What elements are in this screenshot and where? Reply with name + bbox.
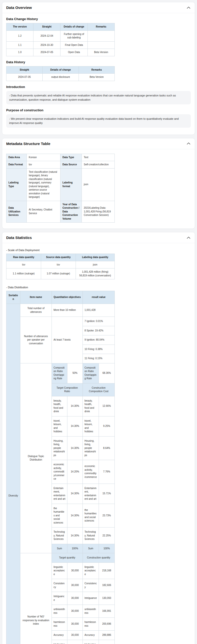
table-row: 1.22024-12-04Further opening of sub-labe…: [6, 30, 115, 42]
table-cell: 23.73%: [99, 504, 115, 528]
table-cell: the humanities and social sciences: [83, 504, 99, 528]
table-cell: 14.20%: [68, 460, 83, 484]
table-header-cell: Details of change: [60, 23, 88, 31]
table-cell: Technology, Natural Sciences: [52, 528, 68, 544]
data-overview-card: Data Overview Data Change History The ve…: [2, 2, 195, 135]
table-cell: 11 Firing: 0.15%: [83, 354, 115, 364]
table-cell: Number of 'NO' responses by evaluation i…: [20, 553, 52, 644]
table-header-cell: Details of change: [42, 66, 79, 74]
table-cell: 14.30%: [68, 528, 83, 544]
table-row: 2024-07-05output disclosureBeta Version: [6, 74, 115, 81]
table-row: Dialogue Topic DistributionComposition R…: [6, 363, 115, 383]
data-distribution-label: - Data Distribution: [6, 286, 191, 289]
data-overview-header[interactable]: Data Overview: [2, 2, 195, 13]
data-statistics-header[interactable]: Data Statistics: [2, 232, 195, 243]
table-cell: 1.0: [6, 49, 34, 56]
table-cell: Consistency: [83, 579, 99, 592]
table-cell: Housing, living, people relationships: [52, 436, 68, 460]
table-cell: 149,677: [99, 640, 115, 644]
table-cell: 30,000: [68, 562, 83, 579]
table-cell: Entertainment, entertainment and art: [83, 484, 99, 504]
table-cell: 9 Ignition: 80.04%: [83, 336, 115, 345]
table-cell: Further opening of sub-labeling: [60, 30, 88, 42]
table-cell: 68.36%: [99, 363, 115, 383]
table-cell: 10 Firing: 0.38%: [83, 344, 115, 354]
table-cell: 2023/Labeling Data: 1,001,428 Firing (56…: [82, 201, 115, 222]
chevron-up-icon[interactable]: [186, 236, 191, 239]
table-row: 1.12024-10-30Final Open Data: [6, 42, 115, 49]
table-row: Data FormattsvData SourceSelf-creation/c…: [6, 161, 115, 168]
table-cell: the humanities and social sciences: [52, 504, 68, 528]
table-header-cell: Remarks: [88, 23, 115, 31]
table-cell: unbiasedness: [52, 605, 68, 618]
table-header-cell: The version: [6, 23, 34, 31]
table-header-cell: Remarks: [79, 66, 115, 74]
table-cell: travel, leisure, and hobbies: [83, 416, 99, 436]
table-cell: Accuracy: [52, 630, 68, 640]
table-row: The versionStraightDetails of changeRema…: [6, 23, 115, 31]
table-header-cell: Straight: [34, 23, 60, 31]
table-cell: Accuracy: [83, 630, 99, 640]
table-cell: Diversity: [6, 304, 20, 644]
table-cell: Beta Version: [79, 74, 115, 81]
table-cell: 50%: [68, 363, 83, 383]
table-cell: 218,168: [99, 562, 115, 579]
table-cell: Intriguance: [83, 592, 99, 605]
table-cell: Data Format: [6, 161, 27, 168]
data-history-heading: Data History: [6, 60, 191, 64]
table-cell: 2024-10-30: [34, 42, 60, 49]
data-overview-title: Data Overview: [6, 6, 32, 10]
metadata-header[interactable]: Metadata Structure Table: [2, 138, 195, 149]
change-history-table: The versionStraightDetails of changeRema…: [6, 23, 115, 56]
purpose-text: - We present clear response evaluation i…: [6, 114, 191, 128]
table-cell: 166,991: [99, 605, 115, 618]
table-cell: Construction Composition Cost: [83, 383, 115, 396]
table-cell: economic activity, commodity/commerce: [52, 460, 68, 484]
table-cell: Korean: [27, 154, 60, 161]
table-cell: Sum: [83, 544, 99, 553]
table-cell: Sum: [52, 544, 68, 553]
table-cell: AI Secretary, Chatbot Service: [27, 201, 60, 222]
table-cell: unbiasedness: [83, 605, 99, 618]
table-header-cell: Item name: [20, 291, 52, 304]
table-cell: Labeling Type: [6, 168, 27, 201]
table-cell: Consistency: [52, 579, 68, 592]
table-row: tsvtsvjson: [6, 261, 115, 268]
table-cell: 2024-07-05: [6, 74, 42, 81]
table-row: StraightDetails of changeRemarks: [6, 66, 115, 74]
table-cell: Beta Version: [88, 49, 115, 56]
data-overview-body: Data Change History The versionStraightD…: [2, 13, 195, 134]
scale-table: Raw data quantitySource data quantityLab…: [6, 254, 115, 279]
table-cell: Data Type: [60, 154, 82, 161]
table-cell: output disclosure: [42, 74, 79, 81]
table-cell: Understandability: [83, 640, 99, 644]
table-cell: 7.76%: [99, 460, 115, 484]
table-cell: Total number of utterances: [20, 304, 52, 317]
table-row: 1.1 million (outrage)1.07 million (outra…: [6, 268, 115, 279]
table-header-cell: Raw data quantity: [6, 254, 41, 261]
table-cell: Year of Data Construction / Data Constru…: [60, 201, 82, 222]
table-cell: Target quantity: [52, 553, 83, 563]
table-cell: 30,000: [68, 605, 83, 618]
table-cell: 1.07 million (outrage): [41, 268, 76, 279]
table-cell: linguistic acceptance: [52, 562, 68, 579]
metadata-table: Data AreaKoreanData TypeTextData Formatt…: [6, 154, 115, 223]
chevron-up-icon[interactable]: [186, 6, 191, 9]
table-cell: Text classification (natural language), …: [27, 168, 60, 201]
table-cell: 9.25%: [99, 416, 115, 436]
chevron-up-icon[interactable]: [186, 142, 191, 145]
table-cell: Open Data: [60, 49, 88, 56]
table-cell: beauty, health, food and drink: [52, 396, 68, 416]
table-cell: 14.30%: [68, 484, 83, 504]
table-cell: [88, 42, 115, 49]
table-cell: travel, leisure, and hobbies: [52, 416, 68, 436]
table-header-cell: Labeling data quantity: [76, 254, 115, 261]
table-cell: Housing, living, people relationships: [83, 436, 99, 460]
table-cell: tsv: [27, 161, 60, 168]
table-row: Labeling TypeText classification (natura…: [6, 168, 115, 201]
table-row: Number of 'NO' responses by evaluation i…: [6, 553, 115, 563]
table-cell: 182,606: [99, 579, 115, 592]
data-statistics-body: - Scale of Data Deployment Raw data quan…: [2, 243, 195, 644]
introduction-heading: Introduction: [6, 85, 191, 89]
page: Data Overview Data Change History The ve…: [0, 0, 197, 644]
